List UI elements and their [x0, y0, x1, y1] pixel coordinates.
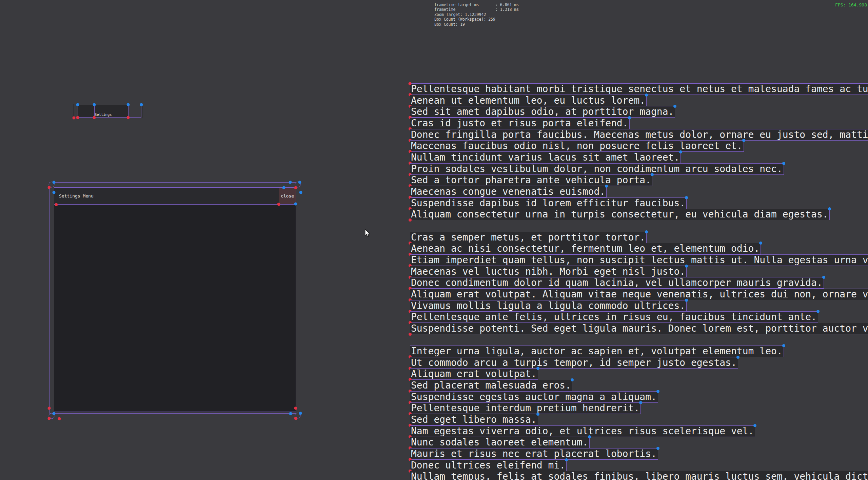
- window-titlebar[interactable]: Settings Menu close: [54, 188, 296, 205]
- text-line: Pellentesque habitant morbi tristique se…: [410, 83, 868, 95]
- handle-dot-red: [277, 203, 280, 206]
- handle-dot-red: [48, 417, 51, 420]
- text-line: Sed sit amet dapibus odio, at porttitor …: [410, 106, 675, 118]
- handle-dot-blue: [536, 413, 539, 416]
- text-line: Cras a semper metus, et porttitor tortor…: [410, 232, 647, 243]
- handle-dot-blue: [673, 105, 676, 108]
- debug-stat-line: Box Count (Workspace): 259: [434, 17, 519, 22]
- text-line: Ut commodo arcu a turpis tempor, id semp…: [410, 357, 738, 369]
- handle-dot-red: [76, 116, 79, 119]
- debug-stat-line: frametime_target_ms : 6.061 ms: [434, 2, 519, 7]
- handle-dot-blue: [299, 412, 302, 415]
- window-body: Settings Menu close: [54, 187, 296, 412]
- text-line: Aenean ut elementum leo, eu luctus lorem…: [410, 95, 647, 106]
- handle-dot-blue: [588, 435, 591, 438]
- handle-dot-red: [294, 186, 297, 189]
- handle-dot-blue: [605, 185, 608, 188]
- handle-dot-blue: [298, 181, 301, 184]
- handle-dot-blue: [282, 186, 285, 189]
- handle-dot-blue: [53, 412, 56, 415]
- handle-dot-blue: [645, 230, 648, 233]
- handle-dot-blue: [76, 103, 79, 106]
- handle-dot-red: [73, 117, 76, 120]
- handle-dot-red: [48, 186, 51, 189]
- handle-dot-blue: [816, 310, 820, 313]
- close-button[interactable]: close: [279, 188, 296, 204]
- debug-box-edge: [284, 188, 284, 204]
- handle-dot-red: [409, 333, 412, 336]
- handle-dot-blue: [782, 344, 785, 347]
- handle-dot-blue: [571, 378, 574, 381]
- handle-dot-red: [409, 82, 412, 85]
- handle-dot-blue: [822, 276, 825, 279]
- debug-stat-line: Zoom Target: 1.1239942: [434, 12, 519, 17]
- handle-dot-blue: [736, 356, 739, 359]
- handle-dot-blue: [828, 207, 831, 210]
- handle-dot-red: [127, 116, 130, 119]
- handle-dot-blue: [289, 412, 292, 415]
- text-line: Aenean ac nisi consectetur, fermentum le…: [410, 243, 761, 254]
- text-line: Sed a tortor pharetra ante vehicula port…: [410, 174, 652, 186]
- text-line: Pellentesque interdum pretium hendrerit.: [410, 402, 641, 414]
- handle-dot-red: [93, 116, 96, 119]
- text-line: Maecenas vel luctus nibh. Morbi eget nis…: [410, 266, 687, 277]
- text-line: Sed placerat malesuada eros.: [410, 380, 572, 391]
- debug-box-edge: [128, 105, 129, 118]
- text-line: Etiam imperdiet quam tellus, non suscipi…: [410, 254, 868, 266]
- handle-dot-blue: [53, 181, 56, 184]
- text-line: Maecenas faucibus odio nisl, non posuere…: [410, 140, 744, 152]
- handle-dot-blue: [289, 181, 292, 184]
- text-line: Vivamus mollis ligula a ligula commodo u…: [410, 300, 687, 312]
- handle-dot-blue: [628, 116, 631, 119]
- handle-dot-blue: [782, 162, 785, 165]
- handle-dot-blue: [140, 103, 143, 106]
- handle-dot-blue: [565, 458, 568, 461]
- handle-dot-blue: [759, 242, 762, 245]
- text-line: Nam egestas viverra odio, et ultrices ri…: [410, 425, 755, 437]
- text-line: Aliquam consectetur urna in turpis conse…: [410, 209, 830, 220]
- handle-dot-blue: [685, 299, 688, 302]
- handle-dot-blue: [639, 401, 642, 404]
- handle-dot-blue: [685, 196, 688, 199]
- text-line: Suspendisse egestas auctor magna a aliqu…: [410, 391, 658, 403]
- text-line: Cras id justo et risus porta eleifend.: [410, 118, 630, 129]
- debug-box-edge: [78, 105, 78, 118]
- handle-dot-blue: [127, 103, 130, 106]
- text-line: Integer urna ligula, auctor ac sapien et…: [410, 346, 784, 357]
- text-line: Proin sodales vestibulum dolor, non cond…: [410, 163, 784, 175]
- handle-dot-blue: [753, 424, 756, 427]
- text-line: Donec fringilla porta faucibus. Maecenas…: [410, 129, 868, 141]
- text-line: Suspendisse dapibus id lorem efficitur f…: [410, 197, 687, 209]
- text-line: Aliquam erat volutpat. Aliquam vitae neq…: [410, 289, 868, 300]
- text-line: Aliquam erat volutpat.: [410, 368, 538, 380]
- fps-counter: FPS: 164.998: [835, 2, 867, 7]
- debug-stat-line: frametime : 1.318 ms: [434, 7, 519, 12]
- handle-dot-blue: [93, 103, 96, 106]
- window-title: Settings Menu: [59, 188, 94, 204]
- text-line: Suspendisse potenti. Sed eget ligula mau…: [410, 323, 868, 334]
- text-line: Nunc sodales laoreet elementum.: [410, 437, 590, 448]
- handle-dot-blue: [645, 93, 648, 97]
- handle-dot-red: [48, 407, 51, 410]
- handle-dot-blue: [536, 367, 539, 370]
- text-line: Donec condimentum dolor id quam lacinia,…: [410, 277, 824, 289]
- debug-stat-line: Box Count: 19: [434, 22, 519, 27]
- text-line: Nullam tempus, felis at sodales finibus,…: [410, 471, 868, 480]
- text-line: Nullam tincidunt varius lacus sit amet l…: [410, 152, 681, 163]
- handle-dot-red: [55, 203, 58, 206]
- handle-dot-blue: [742, 139, 745, 142]
- handle-dot-blue: [679, 150, 682, 153]
- handle-dot-red: [58, 417, 61, 420]
- handle-dot-blue: [294, 203, 297, 206]
- debug-box-edge: [130, 105, 130, 118]
- text-line: Maecenas congue venenatis euismod.: [410, 186, 607, 197]
- handle-dot-blue: [656, 447, 659, 450]
- handle-dot-blue: [299, 191, 302, 194]
- handle-dot-red: [294, 417, 297, 420]
- handle-dot-blue: [656, 390, 659, 393]
- settings-button-label: Settings: [95, 112, 112, 117]
- handle-dot-blue: [53, 191, 56, 194]
- handle-dot-red: [409, 218, 412, 222]
- handle-dot-blue: [651, 173, 654, 176]
- handle-dot-red: [294, 407, 297, 410]
